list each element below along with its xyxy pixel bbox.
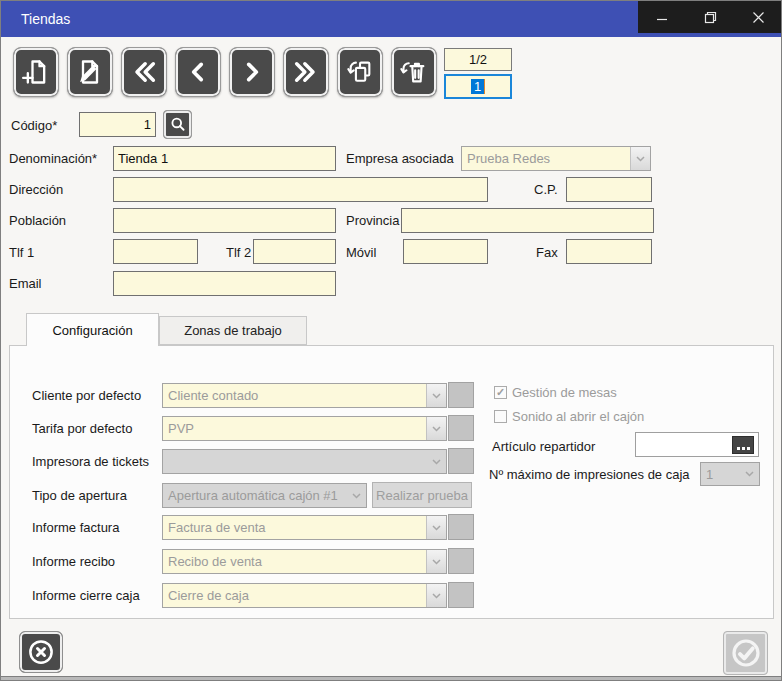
ellipsis-icon: [736, 436, 751, 454]
tipo-apertura-value: Apertura automática cajón #1: [163, 488, 346, 503]
tarifa-por-defecto-combo[interactable]: PVP: [162, 416, 447, 441]
tab-zonas-de-trabajo[interactable]: Zonas de trabajo: [159, 316, 307, 345]
cliente-por-defecto-extra-button[interactable]: [448, 382, 474, 408]
cp-input[interactable]: [566, 177, 652, 202]
tlf2-input[interactable]: [253, 239, 336, 264]
codigo-input[interactable]: [79, 112, 156, 137]
realizar-prueba-button[interactable]: Realizar prueba: [372, 482, 472, 508]
impresora-tickets-label: Impresora de tickets: [32, 454, 149, 469]
edit-record-button[interactable]: [67, 47, 113, 97]
new-record-icon: [22, 57, 50, 87]
page-indicator: 1/2: [444, 48, 512, 71]
restore-button[interactable]: [686, 1, 734, 33]
informe-cierre-caja-label: Informe cierre caja: [32, 588, 140, 603]
delete-record-icon: [400, 57, 428, 87]
next-record-icon: [239, 58, 265, 86]
chevron-down-icon: [426, 384, 446, 407]
chevron-down-icon: [426, 417, 446, 440]
direccion-input[interactable]: [113, 177, 488, 202]
checkbox-checked-icon: ✓: [494, 386, 507, 399]
informe-recibo-label: Informe recibo: [32, 554, 115, 569]
email-label: Email: [9, 276, 42, 291]
record-number-value: 1: [471, 79, 485, 94]
informe-recibo-value: Recibo de venta: [163, 554, 426, 569]
first-record-button[interactable]: [121, 47, 167, 97]
chevron-down-icon: [630, 147, 650, 170]
informe-cierre-caja-extra-button[interactable]: [448, 582, 474, 608]
tarifa-por-defecto-label: Tarifa por defecto: [32, 421, 132, 436]
email-input[interactable]: [113, 271, 336, 296]
tipo-apertura-label: Tipo de apertura: [32, 488, 127, 503]
informe-factura-value: Factura de venta: [163, 520, 426, 535]
minimize-button[interactable]: [638, 1, 686, 33]
provincia-input[interactable]: [401, 208, 654, 233]
empresa-asociada-combo[interactable]: Prueba Redes: [461, 146, 651, 171]
impresora-tickets-combo[interactable]: [162, 449, 447, 474]
informe-recibo-extra-button[interactable]: [448, 548, 474, 574]
informe-factura-extra-button[interactable]: [448, 514, 474, 540]
empresa-asociada-label: Empresa asociada: [346, 151, 454, 166]
fax-input[interactable]: [566, 239, 652, 264]
window-bottom-edge: [1, 676, 782, 681]
chevron-down-icon: [426, 450, 446, 473]
informe-cierre-caja-combo[interactable]: Cierre de caja: [162, 583, 447, 608]
denominacion-label: Denominación*: [9, 151, 97, 166]
close-button[interactable]: [735, 1, 782, 33]
configuracion-panel: Cliente por defecto Cliente contado Tari…: [9, 345, 774, 619]
provincia-label: Provincia: [346, 213, 399, 228]
delete-record-button[interactable]: [391, 47, 437, 97]
max-impresiones-combo[interactable]: 1: [700, 462, 760, 486]
previous-record-icon: [185, 58, 211, 86]
poblacion-input[interactable]: [113, 208, 336, 233]
tiendas-window: Tiendas: [0, 0, 782, 681]
articulo-repartidor-label: Artículo repartidor: [492, 439, 595, 454]
previous-record-button[interactable]: [175, 47, 221, 97]
sonido-cajon-label: Sonido al abrir el cajón: [512, 409, 644, 424]
tab-configuracion[interactable]: Configuración: [26, 313, 159, 346]
informe-recibo-combo[interactable]: Recibo de venta: [162, 549, 447, 574]
record-number-input[interactable]: 1: [444, 74, 512, 99]
tipo-apertura-combo[interactable]: Apertura automática cajón #1: [162, 483, 367, 508]
informe-cierre-caja-value: Cierre de caja: [163, 588, 426, 603]
window-controls: [638, 1, 782, 33]
movil-input[interactable]: [403, 239, 488, 264]
cliente-por-defecto-value: Cliente contado: [163, 388, 426, 403]
last-record-icon: [292, 58, 320, 86]
first-record-icon: [130, 58, 158, 86]
direccion-label: Dirección: [9, 182, 63, 197]
codigo-label: Código*: [11, 118, 57, 133]
informe-factura-label: Informe factura: [32, 520, 119, 535]
chevron-down-icon: [426, 584, 446, 607]
next-record-button[interactable]: [229, 47, 275, 97]
sonido-cajon-checkbox[interactable]: Sonido al abrir el cajón: [494, 409, 644, 424]
last-record-button[interactable]: [283, 47, 329, 97]
max-impresiones-label: Nº máximo de impresiones de caja: [489, 467, 690, 482]
new-record-button[interactable]: [13, 47, 59, 97]
articulo-repartidor-browse-button[interactable]: [732, 436, 754, 454]
chevron-down-icon: [346, 484, 366, 507]
poblacion-label: Población: [9, 213, 66, 228]
accept-button[interactable]: [723, 631, 768, 675]
window-title: Tiendas: [21, 1, 70, 37]
search-button[interactable]: [163, 110, 192, 139]
checkbox-unchecked-icon: [494, 410, 507, 423]
chevron-down-icon: [739, 463, 759, 485]
informe-factura-combo[interactable]: Factura de venta: [162, 515, 447, 540]
cliente-por-defecto-combo[interactable]: Cliente contado: [162, 383, 447, 408]
tlf2-label: Tlf 2: [226, 245, 251, 260]
tlf1-input[interactable]: [113, 239, 198, 264]
copy-record-button[interactable]: [337, 47, 383, 97]
search-icon: [168, 115, 188, 135]
cancel-icon: [26, 637, 56, 667]
tarifa-por-defecto-extra-button[interactable]: [448, 415, 474, 441]
gestion-mesas-checkbox[interactable]: ✓ Gestión de mesas: [494, 385, 617, 400]
tarifa-por-defecto-value: PVP: [163, 421, 426, 436]
gestion-mesas-label: Gestión de mesas: [512, 385, 617, 400]
cp-label: C.P.: [534, 182, 558, 197]
impresora-tickets-extra-button[interactable]: [448, 448, 474, 474]
denominacion-input[interactable]: [113, 146, 336, 171]
copy-record-icon: [346, 57, 374, 87]
empresa-asociada-value: Prueba Redes: [462, 151, 630, 166]
close-icon: [752, 11, 765, 24]
cancel-button[interactable]: [19, 631, 63, 673]
